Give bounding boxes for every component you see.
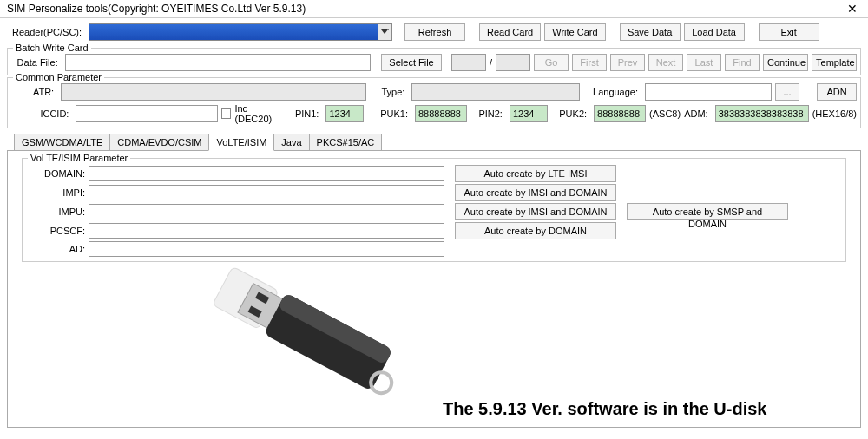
- language-label: Language:: [593, 87, 641, 97]
- save-data-button[interactable]: Save Data: [620, 23, 681, 41]
- batch-pos-input[interactable]: [451, 54, 486, 71]
- volte-legend: VoLTE/ISIM Parameter: [28, 153, 130, 163]
- iccid-label: ICCID:: [11, 108, 72, 119]
- refresh-button[interactable]: Refresh: [404, 23, 465, 41]
- domain-label: DOMAIN:: [30, 168, 85, 179]
- pin2-input[interactable]: [510, 105, 548, 122]
- auto-lte-imsi-button[interactable]: Auto create by LTE IMSI: [455, 165, 616, 182]
- usb-image: [200, 252, 425, 425]
- find-button[interactable]: Find: [725, 54, 760, 71]
- tab-cdma[interactable]: CDMA/EVDO/CSIM: [109, 134, 209, 150]
- pcscf-label: PCSCF:: [30, 226, 85, 236]
- read-card-button[interactable]: Read Card: [479, 23, 541, 41]
- atr-label: ATR:: [11, 87, 57, 97]
- puk2-input[interactable]: [594, 105, 646, 122]
- pcscf-input[interactable]: [89, 223, 444, 239]
- impu-label: IMPU:: [30, 206, 85, 217]
- batch-legend: Batch Write Card: [13, 43, 91, 53]
- asc8-label: (ASC8): [649, 108, 681, 119]
- first-button[interactable]: First: [572, 54, 607, 71]
- reader-dropdown[interactable]: [89, 23, 392, 41]
- datafile-input[interactable]: [65, 54, 371, 71]
- tab-gsm[interactable]: GSM/WCDMA/LTE: [14, 134, 110, 150]
- select-file-button[interactable]: Select File: [381, 54, 442, 71]
- close-icon[interactable]: ✕: [844, 2, 861, 16]
- pin2-label: PIN2:: [478, 108, 506, 119]
- puk2-label: PUK2:: [559, 108, 590, 119]
- pin1-label: PIN1:: [295, 108, 323, 119]
- continue-button[interactable]: Continue: [763, 54, 808, 71]
- chevron-down-icon[interactable]: [378, 24, 391, 40]
- datafile-label: Data File:: [11, 57, 62, 68]
- puk1-input[interactable]: [415, 105, 467, 122]
- hex-label: (HEX16/8): [812, 108, 857, 119]
- iccid-input[interactable]: [76, 105, 218, 122]
- load-data-button[interactable]: Load Data: [684, 23, 745, 41]
- inc-checkbox[interactable]: [221, 108, 231, 119]
- batch-total-input: [496, 54, 530, 71]
- next-button[interactable]: Next: [648, 54, 683, 71]
- adn-button[interactable]: ADN: [817, 83, 857, 101]
- write-card-button[interactable]: Write Card: [544, 23, 605, 41]
- impi-label: IMPI:: [30, 187, 85, 198]
- auto-domain-button[interactable]: Auto create by DOMAIN: [455, 222, 616, 239]
- auto-imsi-domain-button[interactable]: Auto create by IMSI and DOMAIN: [455, 184, 616, 201]
- auto-smsp-domain-button[interactable]: Auto create by SMSP and DOMAIN: [627, 203, 788, 220]
- inc-label: Inc (DEC20): [234, 103, 281, 124]
- exit-button[interactable]: Exit: [759, 23, 819, 41]
- common-legend: Common Parameter: [13, 72, 104, 82]
- window-title: SIM Personalize tools(Copyright: OYEITIM…: [7, 3, 306, 15]
- language-input[interactable]: [645, 83, 772, 101]
- caption-text: The 5.9.13 Ver. software is in the U-dis…: [443, 399, 766, 419]
- puk1-label: PUK1:: [380, 108, 411, 119]
- impi-input[interactable]: [89, 185, 444, 200]
- tab-pkcs[interactable]: PKCS#15/AC: [309, 134, 383, 150]
- template-button[interactable]: Template: [812, 54, 857, 71]
- go-button[interactable]: Go: [534, 54, 569, 71]
- language-browse-button[interactable]: ...: [775, 83, 799, 101]
- batch-slash: /: [490, 57, 492, 68]
- impu-input[interactable]: [89, 204, 444, 220]
- tab-volte[interactable]: VoLTE/ISIM: [208, 134, 274, 151]
- ad-label: AD:: [30, 244, 85, 254]
- domain-input[interactable]: [89, 166, 444, 181]
- last-button[interactable]: Last: [687, 54, 721, 71]
- type-input: [411, 83, 580, 101]
- adm-label: ADM:: [684, 108, 712, 119]
- pin1-input[interactable]: [326, 105, 364, 122]
- prev-button[interactable]: Prev: [610, 54, 645, 71]
- atr-input: [61, 83, 366, 101]
- reader-label: Reader(PC/SC):: [12, 27, 85, 37]
- type-label: Type:: [381, 87, 408, 97]
- auto-imsi-domain2-button[interactable]: Auto create by IMSI and DOMAIN: [455, 203, 616, 220]
- tab-java[interactable]: Java: [273, 134, 309, 150]
- adm-input[interactable]: [715, 105, 809, 122]
